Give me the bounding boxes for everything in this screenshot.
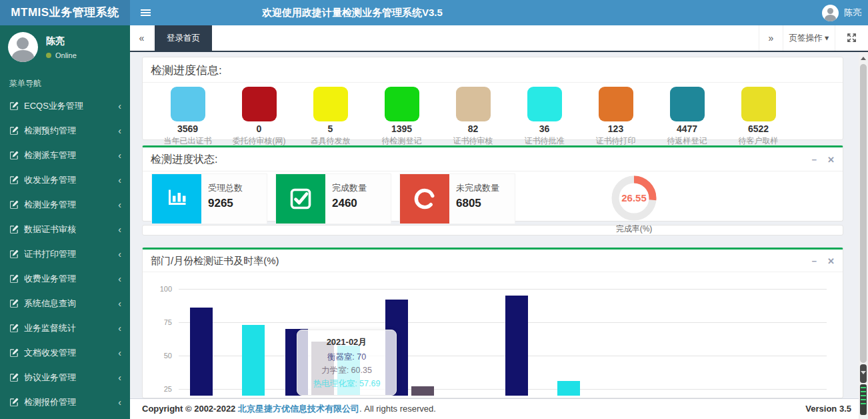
chevron-left-icon: ‹ — [118, 126, 121, 135]
sidebar-item-12[interactable]: 检测报价管理 ‹ — [0, 390, 130, 414]
status-label: 未完成数量 — [456, 182, 499, 194]
gridline-100 — [179, 289, 827, 290]
status-info-box-2[interactable]: 未完成数量 6805 — [400, 174, 515, 224]
chart-tooltip: 2021-02月衡器室: 70力学室: 60.35热电理化室: 57.69 — [297, 330, 397, 396]
tabs-scroll-right-button[interactable]: » — [759, 25, 783, 51]
sidebar-item-label: ECQS业务管理 — [24, 100, 118, 112]
status-info-box-0[interactable]: 受理总数 9265 — [152, 174, 267, 224]
sidebar-item-label: 收发业务管理 — [24, 174, 118, 186]
close-panel-icon[interactable]: ✕ — [827, 256, 835, 266]
sidebar-item-10[interactable]: 文档收发管理 ‹ — [0, 340, 130, 365]
chevron-left-icon: ‹ — [118, 373, 121, 382]
stat-value: 6522 — [723, 123, 794, 134]
status-value: 9265 — [208, 197, 243, 210]
sidebar-item-9[interactable]: 业务监督统计 ‹ — [0, 316, 130, 340]
stat-color-box[interactable] — [599, 87, 633, 121]
bar-chart: 1007550252021-02月衡器室: 70力学室: 60.35热电理化室:… — [147, 272, 839, 396]
chevron-left-icon: ‹ — [118, 299, 121, 308]
status-info-box-1[interactable]: 完成数量 2460 — [276, 174, 391, 224]
edit-icon — [9, 373, 19, 382]
sidebar-item-label: 检测业务管理 — [24, 199, 118, 211]
tab-operations-dropdown[interactable]: 页签操作 ▾ — [783, 25, 835, 51]
chevron-left-icon: ‹ — [118, 324, 121, 333]
stat-color-box[interactable] — [385, 87, 419, 121]
stat-value: 3569 — [152, 123, 223, 134]
sidebar-item-5[interactable]: 数据证书审核 ‹ — [0, 217, 130, 242]
y-axis-tick-50: 50 — [147, 352, 172, 360]
status-label: 完成数量 — [332, 182, 367, 194]
stat-color-box[interactable] — [242, 87, 277, 121]
user-menu[interactable]: 陈亮 — [822, 0, 861, 25]
scroll-down-arrow-icon[interactable] — [860, 364, 867, 383]
tooltip-line-热电理化室: 热电理化室: 57.69 — [301, 378, 392, 390]
stat-cell-1: 0 委托待审核(网) — [223, 87, 295, 147]
edit-icon — [9, 175, 19, 185]
user-avatar-icon — [822, 5, 839, 21]
page-title: 欢迎使用政捷计量检测业务管理系统V3.5 — [262, 0, 443, 25]
tab-home[interactable]: 登录首页 — [155, 25, 212, 51]
vertical-scrollbar[interactable] — [859, 52, 868, 419]
stat-label: 待返样登记 — [651, 135, 723, 147]
sidebar-item-label: 检测报价管理 — [24, 396, 118, 408]
edit-icon — [9, 101, 19, 111]
scrollbar-grip[interactable] — [860, 384, 867, 415]
company-link[interactable]: 北京星捷方优信息技术有限公司 — [238, 404, 359, 414]
stat-label: 证书待批准 — [509, 135, 580, 147]
sidebar-avatar — [8, 32, 38, 62]
app-logo[interactable]: MTMIS业务管理系统 — [0, 0, 130, 25]
chevron-left-icon: ‹ — [118, 151, 121, 160]
fullscreen-button[interactable] — [835, 25, 868, 51]
stat-value: 123 — [580, 123, 651, 134]
stat-cell-6: 123 证书待打印 — [580, 87, 651, 147]
scrollbar-thumb[interactable] — [860, 64, 867, 363]
sidebar-item-2[interactable]: 检测派车管理 ‹ — [0, 143, 130, 167]
sidebar-item-1[interactable]: 检测预约管理 ‹ — [0, 118, 130, 143]
sidebar-item-0[interactable]: ECQS业务管理 ‹ — [0, 93, 130, 118]
stat-value: 0 — [223, 123, 295, 134]
stat-color-box[interactable] — [527, 87, 562, 121]
edit-icon — [9, 299, 19, 308]
stat-value: 36 — [509, 123, 580, 134]
sidebar-item-6[interactable]: 证书打印管理 ‹ — [0, 242, 130, 266]
stat-cell-4: 82 证书待审核 — [437, 87, 509, 147]
stat-cell-7: 4477 待返样登记 — [651, 87, 723, 147]
sidebar-item-4[interactable]: 检测业务管理 ‹ — [0, 192, 130, 217]
bar-力学室-2021-03月 — [411, 386, 434, 396]
footer: Copyright © 2002-2022 北京星捷方优信息技术有限公司. Al… — [130, 398, 868, 419]
chevron-left-icon: ‹ — [118, 175, 121, 185]
y-axis-tick-25: 25 — [147, 385, 172, 393]
bar-热电理化室-2021-04月 — [557, 381, 580, 396]
sidebar-item-11[interactable]: 协议业务管理 ‹ — [0, 365, 130, 390]
chevron-left-icon: ‹ — [118, 225, 121, 234]
collapse-panel-icon[interactable]: − — [812, 155, 817, 165]
stat-color-box[interactable] — [171, 87, 205, 121]
gridline-25 — [179, 389, 827, 390]
sidebar-item-3[interactable]: 收发业务管理 ‹ — [0, 167, 130, 192]
sidebar-toggle-button[interactable] — [131, 0, 159, 25]
stat-label: 器具待发放 — [295, 135, 366, 147]
sidebar-item-label: 系统信息查询 — [24, 298, 118, 310]
stat-color-box[interactable] — [313, 87, 348, 121]
scroll-up-arrow-icon[interactable] — [859, 53, 868, 63]
stat-color-box[interactable] — [741, 87, 776, 121]
stat-label: 待客户取样 — [723, 135, 794, 147]
expand-arrows-icon — [847, 33, 857, 43]
stat-value: 4477 — [651, 123, 723, 134]
stat-color-box[interactable] — [456, 87, 491, 121]
sidebar-item-7[interactable]: 收费业务管理 ‹ — [0, 266, 130, 291]
sidebar-item-8[interactable]: 系统信息查询 ‹ — [0, 291, 130, 316]
edit-icon — [9, 250, 19, 259]
progress-status-title: 检测进度状态: — [151, 153, 217, 167]
stat-color-box[interactable] — [670, 87, 705, 121]
sidebar-item-label: 协议业务管理 — [24, 372, 118, 384]
close-panel-icon[interactable]: ✕ — [827, 155, 835, 165]
rights-text: . All rights reserved. — [359, 404, 436, 414]
collapse-panel-icon[interactable]: − — [812, 256, 817, 266]
copyright-text: Copyright © 2002-2022 — [142, 404, 235, 414]
tabs-scroll-left-button[interactable]: « — [130, 25, 154, 51]
chevron-left-icon: ‹ — [118, 250, 121, 259]
stat-value: 5 — [295, 123, 366, 134]
sidebar-nav-header: 菜单导航 — [0, 70, 130, 93]
bar-衡器室-2021-04月 — [505, 296, 528, 396]
status-body: 受理总数 9265 完成数量 2460 未完成数量 6805 26.55 — [143, 171, 843, 228]
